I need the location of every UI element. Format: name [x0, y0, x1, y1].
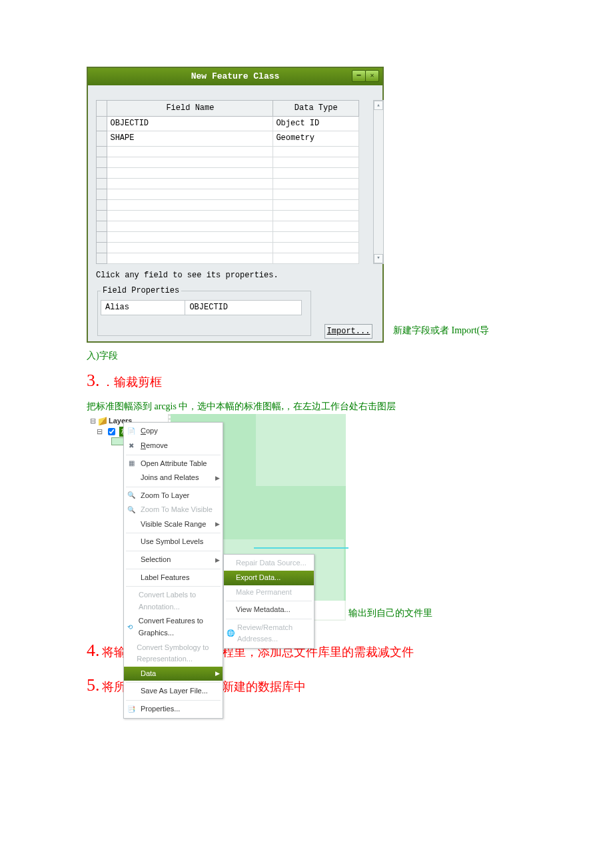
menu-convert-features-to-graphics[interactable]: ⟲Convert Features to Graphics...	[124, 614, 223, 640]
col-field-name: Field Name	[107, 101, 273, 117]
layer-visibility-checkbox[interactable]	[108, 428, 115, 435]
field-type-cell[interactable]: Object ID	[273, 117, 359, 131]
field-properties-legend: Field Properties	[101, 285, 181, 297]
window-controls: ━ ✕	[352, 70, 379, 82]
import-button[interactable]: Import...	[324, 324, 372, 339]
chevron-right-icon: ▶	[215, 555, 220, 565]
minimize-button[interactable]: ━	[352, 70, 366, 82]
menu-properties[interactable]: 📑Properties...	[124, 702, 223, 717]
grid-scrollbar[interactable]: ▴ ▾	[373, 100, 384, 264]
menu-copy[interactable]: 📄Copy	[124, 424, 223, 439]
zoom-icon: 🔍	[126, 491, 137, 500]
map-selected-feature	[254, 547, 348, 549]
menu-visible-scale-range[interactable]: Visible Scale Range▶	[124, 517, 223, 532]
fields-grid[interactable]: Field Name Data Type OBJECTID Object ID …	[96, 100, 374, 264]
annotation-after-dialog-inline: 新建字段或者 Import(导	[393, 323, 489, 339]
field-name-cell[interactable]: OBJECTID	[107, 117, 273, 131]
field-properties-group: Field Properties Alias OBJECTID	[97, 285, 311, 336]
step-title: ．输裁剪框	[102, 375, 162, 389]
submenu-view-metadata[interactable]: View Metadata...	[224, 603, 314, 617]
submenu-export-data[interactable]: Export Data...	[224, 571, 314, 585]
copy-icon: 📄	[126, 427, 137, 436]
menu-convert-labels-disabled: Convert Labels to Annotation...	[124, 588, 223, 614]
menu-data[interactable]: Data▶	[124, 667, 223, 681]
remove-icon: ✖	[126, 441, 137, 451]
field-name-cell[interactable]: SHAPE	[107, 131, 273, 146]
menu-save-as-layer-file[interactable]: Save As Layer File...	[124, 684, 223, 699]
menu-open-attribute-table[interactable]: ▦Open Attribute Table	[124, 457, 223, 471]
submenu-repair-data-source-disabled: Repair Data Source...	[224, 556, 314, 571]
step-number: 3.	[87, 371, 100, 390]
scroll-up-arrow-icon[interactable]: ▴	[374, 101, 383, 110]
annotation-after-dialog-line2: 入)字段	[87, 348, 526, 364]
chevron-right-icon: ▶	[215, 669, 220, 678]
data-submenu[interactable]: Repair Data Source... Export Data... Mak…	[223, 554, 314, 649]
prop-value[interactable]: OBJECTID	[185, 300, 302, 315]
scroll-down-arrow-icon[interactable]: ▾	[374, 254, 383, 263]
chevron-right-icon: ▶	[215, 519, 220, 529]
arc-map-context-menu-figure: ⊟ Layers ⊟ 标准图幅 📄Copy ✖Remove ▦Open Attr…	[87, 414, 346, 621]
field-properties-table: Alias OBJECTID	[101, 300, 302, 315]
menu-remove[interactable]: ✖Remove	[124, 439, 223, 453]
submenu-make-permanent-disabled: Make Permanent	[224, 585, 314, 600]
menu-zoom-make-visible-disabled: 🔍Zoom To Make Visible	[124, 503, 223, 517]
col-data-type: Data Type	[273, 101, 359, 117]
menu-joins-relates[interactable]: Joins and Relates▶	[124, 471, 223, 485]
step-number: 5.	[87, 675, 100, 695]
properties-icon: 📑	[126, 705, 137, 714]
dialog-titlebar: New Feature Class ━ ✕	[88, 68, 382, 85]
menu-label-features[interactable]: Label Features	[124, 571, 223, 585]
menu-use-symbol-levels[interactable]: Use Symbol Levels	[124, 535, 223, 549]
symbology-swatch[interactable]	[111, 437, 125, 445]
figure-dialog-wrap: New Feature Class ━ ✕ Field Name Data Ty…	[87, 67, 526, 343]
step-3-note: 把标准图幅添到 arcgis 中，选中本幅的标准图幅,，在左边工作台处右击图层	[87, 399, 526, 415]
menu-convert-symbology-disabled: Convert Symbology to Representation...	[124, 641, 223, 667]
dialog-body: Field Name Data Type OBJECTID Object ID …	[88, 85, 382, 341]
dialog-title: New Feature Class	[191, 70, 280, 84]
menu-selection[interactable]: Selection▶	[124, 553, 223, 567]
step-3-heading: 3. ．输裁剪框	[87, 367, 526, 395]
layer-context-menu[interactable]: 📄Copy ✖Remove ▦Open Attribute Table Join…	[123, 422, 223, 718]
close-button[interactable]: ✕	[365, 70, 379, 82]
field-type-cell[interactable]: Geometry	[273, 131, 359, 146]
table-icon: ▦	[126, 459, 137, 468]
layers-icon	[99, 417, 107, 425]
prop-key: Alias	[101, 300, 185, 315]
new-feature-class-dialog: New Feature Class ━ ✕ Field Name Data Ty…	[87, 67, 384, 343]
click-hint-label: Click any field to see its properties.	[96, 269, 374, 282]
menu-zoom-to-layer[interactable]: 🔍Zoom To Layer	[124, 489, 223, 503]
chevron-right-icon: ▶	[215, 473, 220, 483]
step-number: 4.	[87, 641, 100, 660]
submenu-review-rematch-disabled: 🌐 Review/Rematch Addresses...	[224, 621, 314, 647]
convert-icon: ⟲	[126, 623, 135, 632]
annotation-after-img2: 输出到自己的文件里	[348, 605, 432, 621]
